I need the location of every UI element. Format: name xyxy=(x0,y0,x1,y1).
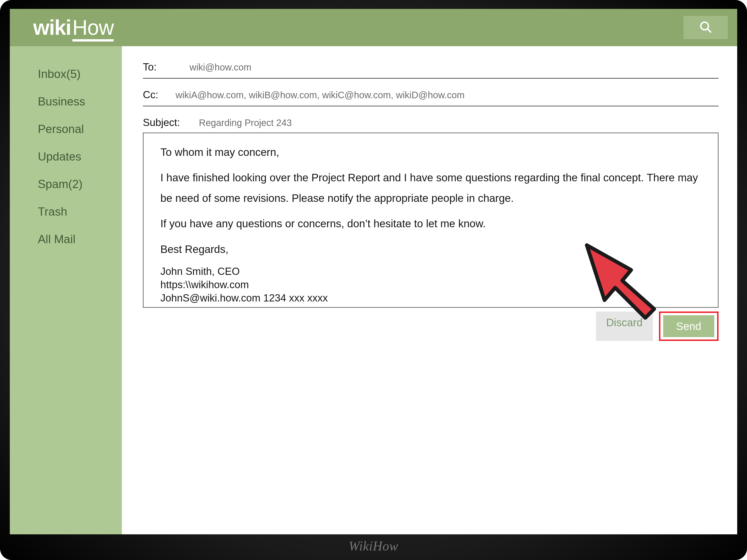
subject-field[interactable]: Regarding Project 243 xyxy=(199,117,292,128)
subject-label: Subject: xyxy=(143,117,199,128)
search-icon xyxy=(699,21,712,34)
cc-row: Cc: wikiA@how.com, wikiB@how.com, wikiC@… xyxy=(143,85,719,106)
cc-label: Cc: xyxy=(143,89,176,101)
sidebar-item-personal[interactable]: Personal xyxy=(10,115,122,143)
sidebar: Inbox(5) Business Personal Updates Spam(… xyxy=(10,46,122,534)
to-field[interactable]: wiki@how.com xyxy=(189,62,251,73)
sidebar-item-inbox[interactable]: Inbox(5) xyxy=(10,60,122,88)
send-button[interactable]: Send xyxy=(663,315,714,337)
screen: wiki How Inbox(5) Business Personal Upda… xyxy=(10,9,737,534)
svg-line-1 xyxy=(707,29,711,32)
sidebar-item-trash[interactable]: Trash xyxy=(10,198,122,225)
sidebar-item-updates[interactable]: Updates xyxy=(10,143,122,170)
compose-pane: To: wiki@how.com Cc: wikiA@how.com, wiki… xyxy=(122,46,737,534)
frame-brand-label: WikiHow xyxy=(0,538,747,554)
body-para2: If you have any questions or concerns, d… xyxy=(160,213,704,234)
send-highlight-box: Send xyxy=(659,312,719,341)
sidebar-item-spam[interactable]: Spam(2) xyxy=(10,170,122,198)
body-para1: I have finished looking over the Project… xyxy=(160,167,704,208)
device-frame: wiki How Inbox(5) Business Personal Upda… xyxy=(0,0,747,560)
cc-field[interactable]: wikiA@how.com, wikiB@how.com, wikiC@how.… xyxy=(176,90,465,100)
body-greeting: To whom it may concern, xyxy=(160,142,704,162)
to-label: To: xyxy=(143,61,189,73)
content-area: Inbox(5) Business Personal Updates Spam(… xyxy=(10,46,737,534)
compose-actions: Discard Send xyxy=(143,312,719,341)
logo-how: How xyxy=(72,16,114,40)
sidebar-item-business[interactable]: Business xyxy=(10,88,122,115)
subject-row: Subject: Regarding Project 243 xyxy=(143,113,719,133)
search-button[interactable] xyxy=(684,16,728,39)
sidebar-item-allmail[interactable]: All Mail xyxy=(10,225,122,253)
wikihow-logo: wiki How xyxy=(33,16,114,40)
pointer-arrow-icon xyxy=(576,235,665,323)
to-row: To: wiki@how.com xyxy=(143,57,719,79)
app-header: wiki How xyxy=(10,9,737,46)
svg-point-0 xyxy=(701,22,709,30)
logo-wiki: wiki xyxy=(33,16,71,40)
